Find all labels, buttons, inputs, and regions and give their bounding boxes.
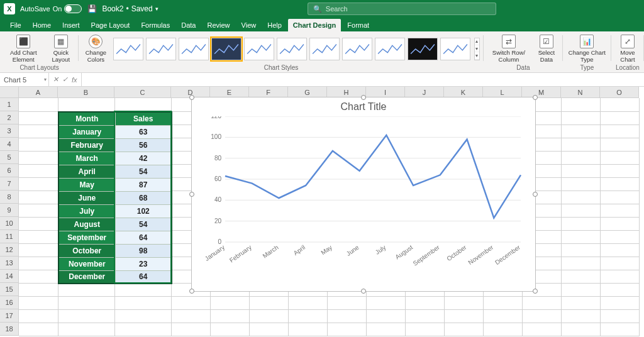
autosave-label: AutoSave [20, 5, 50, 13]
chart-title[interactable]: Chart Title [192, 97, 535, 116]
table-row[interactable]: October98 [58, 244, 172, 257]
chart-style-thumb[interactable] [440, 38, 470, 60]
palette-icon: 🎨 [89, 35, 103, 48]
search-input[interactable]: 🔍 Search [308, 3, 496, 15]
tab-page-layout[interactable]: Page Layout [86, 19, 135, 31]
chart-style-thumb[interactable] [179, 38, 209, 60]
fx-icon[interactable]: fx [72, 76, 77, 84]
chart-style-thumb[interactable] [342, 38, 372, 60]
table-row[interactable]: December64 [58, 270, 172, 284]
chart-style-thumb[interactable] [408, 38, 438, 60]
tab-data[interactable]: Data [176, 19, 201, 31]
chart-style-thumb[interactable] [211, 38, 242, 60]
row-header[interactable]: 10 [0, 217, 19, 230]
column-header[interactable]: N [561, 87, 600, 98]
row-header[interactable]: 14 [0, 270, 19, 283]
row-header[interactable]: 18 [0, 323, 19, 336]
add-chart-element-button[interactable]: ⬛ Add Chart Element [4, 33, 43, 64]
table-row[interactable]: June68 [58, 191, 172, 204]
autosave-toggle[interactable]: AutoSave On [20, 4, 82, 13]
svg-text:20: 20 [214, 218, 222, 224]
style-gallery-scroll[interactable]: ▴▾▾ [474, 38, 480, 60]
row-header[interactable]: 8 [0, 191, 19, 204]
chevron-down-icon: ▾ [44, 77, 47, 82]
cells-area[interactable]: MonthSalesJanuary63February56March42Apri… [19, 98, 644, 337]
tab-view[interactable]: View [236, 19, 262, 31]
document-name[interactable]: Book2 • Saved ▾ [102, 4, 158, 13]
confirm-icon[interactable]: ✓ [62, 75, 68, 84]
chart-plot-area[interactable]: 020406080100120JanuaryFebruaryMarchApril… [200, 116, 527, 280]
svg-text:100: 100 [211, 133, 221, 140]
select-data-button[interactable]: ☑ Select Data [534, 33, 559, 64]
tab-chart-design[interactable]: Chart Design [288, 19, 341, 31]
tab-home[interactable]: Home [28, 19, 56, 31]
resize-handle[interactable] [361, 289, 366, 294]
row-header[interactable]: 9 [0, 204, 19, 217]
table-row[interactable]: July102 [58, 204, 172, 218]
table-row[interactable]: April54 [58, 165, 172, 178]
resize-handle[interactable] [361, 95, 366, 100]
data-table[interactable]: MonthSalesJanuary63February56March42Apri… [58, 111, 172, 284]
row-header[interactable]: 13 [0, 257, 19, 270]
change-colors-button[interactable]: 🎨 Change Colors [82, 33, 109, 64]
chart-style-thumb[interactable] [146, 38, 176, 60]
switch-row-column-button[interactable]: ⇄ Switch Row/ Column [487, 33, 530, 64]
toggle-switch-icon[interactable] [64, 4, 82, 13]
row-header[interactable]: 15 [0, 283, 19, 296]
column-header[interactable]: B [58, 87, 114, 98]
row-header[interactable]: 11 [0, 230, 19, 243]
table-header-cell[interactable]: Sales [115, 112, 172, 125]
table-row[interactable]: February56 [58, 138, 172, 152]
move-chart-icon: ⤢ [621, 35, 635, 48]
formula-bar-icons: ✕ ✓ fx [49, 73, 82, 86]
resize-handle[interactable] [533, 289, 538, 294]
table-row[interactable]: November23 [58, 257, 172, 270]
tab-help[interactable]: Help [262, 19, 287, 31]
tab-formulas[interactable]: Formulas [136, 19, 175, 31]
resize-handle[interactable] [533, 95, 538, 100]
column-header[interactable]: A [19, 87, 58, 98]
resize-handle[interactable] [189, 192, 194, 197]
chart-style-thumb[interactable] [277, 38, 307, 60]
row-header[interactable]: 16 [0, 296, 19, 309]
tab-review[interactable]: Review [202, 19, 235, 31]
row-header[interactable]: 5 [0, 151, 19, 164]
table-header-cell[interactable]: Month [58, 112, 115, 125]
chart-style-thumb[interactable] [113, 38, 143, 60]
chart-style-thumb[interactable] [244, 38, 274, 60]
row-header[interactable]: 7 [0, 177, 19, 191]
table-row[interactable]: May87 [58, 178, 172, 191]
spreadsheet-grid[interactable]: ABCDEFGHIJKLMNO 123456789101112131415161… [0, 87, 644, 337]
row-headers: 123456789101112131415161718 [0, 98, 19, 336]
tab-insert[interactable]: Insert [57, 19, 85, 31]
resize-handle[interactable] [189, 289, 194, 294]
row-header[interactable]: 2 [0, 111, 19, 124]
column-header[interactable]: C [114, 87, 171, 98]
row-header[interactable]: 12 [0, 243, 19, 257]
formula-input[interactable] [82, 73, 644, 86]
column-header[interactable]: O [600, 87, 639, 98]
table-row[interactable]: March42 [58, 152, 172, 165]
row-header[interactable]: 1 [0, 98, 19, 111]
quick-layout-button[interactable]: ▦ Quick Layout [47, 33, 75, 64]
chart-style-thumb[interactable] [309, 38, 340, 60]
embedded-chart[interactable]: Chart Title 020406080100120JanuaryFebrua… [191, 97, 536, 292]
row-header[interactable]: 4 [0, 138, 19, 151]
name-box[interactable]: Chart 5 ▾ [0, 73, 49, 86]
table-row[interactable]: September64 [58, 231, 172, 244]
tab-file[interactable]: File [5, 19, 26, 31]
table-row[interactable]: August54 [58, 218, 172, 231]
save-icon[interactable]: 💾 [87, 4, 97, 14]
table-row[interactable]: January63 [58, 125, 172, 138]
row-header[interactable]: 6 [0, 164, 19, 177]
select-all-corner[interactable] [0, 87, 19, 98]
resize-handle[interactable] [189, 95, 194, 100]
chart-style-thumb[interactable] [375, 38, 405, 60]
change-chart-type-button[interactable]: 📊 Change Chart Type [567, 33, 608, 64]
move-chart-button[interactable]: ⤢ Move Chart [615, 33, 640, 64]
resize-handle[interactable] [533, 192, 538, 197]
row-header[interactable]: 17 [0, 309, 19, 323]
row-header[interactable]: 3 [0, 124, 19, 138]
cancel-icon[interactable]: ✕ [53, 75, 58, 84]
tab-format[interactable]: Format [342, 19, 374, 31]
